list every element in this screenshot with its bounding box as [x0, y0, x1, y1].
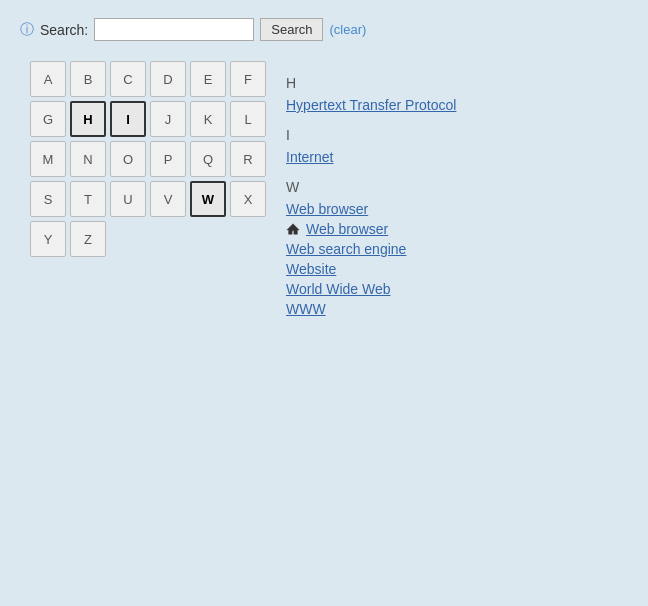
alpha-btn-l[interactable]: L — [230, 101, 266, 137]
result-label: Internet — [286, 149, 333, 165]
result-item[interactable]: Web browser — [286, 221, 618, 237]
alpha-btn-t[interactable]: T — [70, 181, 106, 217]
alpha-btn-p[interactable]: P — [150, 141, 186, 177]
alpha-btn-x[interactable]: X — [230, 181, 266, 217]
result-item[interactable]: Website — [286, 261, 618, 277]
result-label: WWW — [286, 301, 326, 317]
alpha-btn-i[interactable]: I — [110, 101, 146, 137]
alpha-btn-n[interactable]: N — [70, 141, 106, 177]
alpha-btn-q[interactable]: Q — [190, 141, 226, 177]
result-label: Website — [286, 261, 336, 277]
results-panel: HHypertext Transfer ProtocolIInternetWWe… — [286, 53, 618, 321]
search-label: Search: — [40, 22, 88, 38]
search-input[interactable] — [94, 18, 254, 41]
section-header-h: H — [286, 75, 618, 91]
alpha-btn-m[interactable]: M — [30, 141, 66, 177]
result-item[interactable]: WWW — [286, 301, 618, 317]
alpha-btn-s[interactable]: S — [30, 181, 66, 217]
alpha-btn-o[interactable]: O — [110, 141, 146, 177]
alpha-btn-j[interactable]: J — [150, 101, 186, 137]
section-header-w: W — [286, 179, 618, 195]
search-bar: ⓘ Search: Search (clear) — [0, 0, 648, 53]
alpha-btn-a[interactable]: A — [30, 61, 66, 97]
result-label: Web browser — [306, 221, 388, 237]
alpha-btn-y[interactable]: Y — [30, 221, 66, 257]
alpha-btn-d[interactable]: D — [150, 61, 186, 97]
result-item[interactable]: Web browser — [286, 201, 618, 217]
alpha-btn-u[interactable]: U — [110, 181, 146, 217]
alpha-btn-g[interactable]: G — [30, 101, 66, 137]
alpha-btn-v[interactable]: V — [150, 181, 186, 217]
alpha-btn-b[interactable]: B — [70, 61, 106, 97]
alpha-btn-z[interactable]: Z — [70, 221, 106, 257]
home-icon — [286, 222, 300, 236]
result-item[interactable]: Hypertext Transfer Protocol — [286, 97, 618, 113]
result-item[interactable]: Internet — [286, 149, 618, 165]
alphabet-grid: ABCDEFGHIJKLMNOPQRSTUVWXYZ — [30, 53, 266, 321]
svg-marker-0 — [287, 224, 299, 235]
section-header-i: I — [286, 127, 618, 143]
search-button[interactable]: Search — [260, 18, 323, 41]
result-label: Web browser — [286, 201, 368, 217]
alpha-btn-e[interactable]: E — [190, 61, 226, 97]
result-item[interactable]: World Wide Web — [286, 281, 618, 297]
result-label: World Wide Web — [286, 281, 391, 297]
alpha-btn-h[interactable]: H — [70, 101, 106, 137]
alpha-btn-k[interactable]: K — [190, 101, 226, 137]
alpha-btn-c[interactable]: C — [110, 61, 146, 97]
help-icon[interactable]: ⓘ — [20, 21, 34, 39]
alpha-btn-w[interactable]: W — [190, 181, 226, 217]
main-content: ABCDEFGHIJKLMNOPQRSTUVWXYZ HHypertext Tr… — [0, 53, 648, 321]
result-label: Hypertext Transfer Protocol — [286, 97, 456, 113]
clear-link[interactable]: (clear) — [329, 22, 366, 37]
result-label: Web search engine — [286, 241, 406, 257]
result-item[interactable]: Web search engine — [286, 241, 618, 257]
alpha-btn-f[interactable]: F — [230, 61, 266, 97]
alpha-btn-r[interactable]: R — [230, 141, 266, 177]
